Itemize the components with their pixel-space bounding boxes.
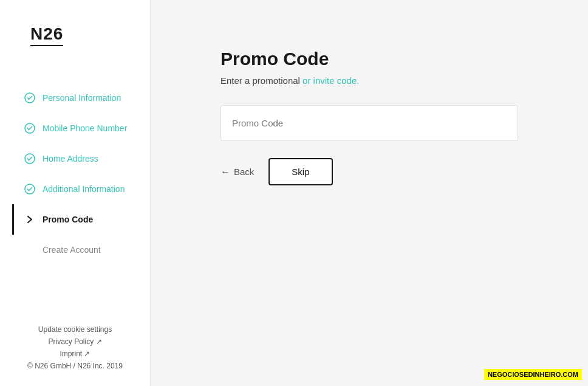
page-title: Promo Code bbox=[220, 49, 518, 69]
form-subtitle: Enter a promotional or invite code. bbox=[220, 75, 518, 86]
sidebar-item-create-account[interactable]: Create Account bbox=[12, 235, 150, 265]
sidebar-item-promo-code[interactable]: Promo Code bbox=[12, 204, 150, 235]
watermark: NEGOCIOSEDINHEIRO.COM bbox=[484, 369, 582, 380]
copyright-text: © N26 GmbH / N26 Inc. 2019 bbox=[18, 362, 132, 370]
form-actions: ← Back Skip bbox=[220, 158, 518, 185]
subtitle-highlight: or invite code. bbox=[303, 75, 359, 86]
back-label: Back bbox=[234, 167, 254, 177]
skip-button[interactable]: Skip bbox=[268, 158, 332, 185]
sidebar-item-label: Additional Information bbox=[43, 184, 125, 194]
check-circle-icon bbox=[24, 184, 35, 195]
sidebar-item-label: Mobile Phone Number bbox=[43, 123, 127, 133]
sidebar-item-label: Personal Information bbox=[43, 93, 121, 103]
imprint-link[interactable]: Imprint ↗ bbox=[18, 350, 132, 358]
sidebar-item-home-address[interactable]: Home Address bbox=[12, 143, 150, 174]
nav-items: Personal Information Mobile Phone Number… bbox=[0, 83, 150, 265]
back-arrow-icon: ← bbox=[220, 167, 230, 177]
check-circle-icon bbox=[24, 153, 35, 164]
empty-icon bbox=[24, 244, 35, 255]
sidebar-item-label: Promo Code bbox=[43, 215, 93, 224]
sidebar-item-additional-information[interactable]: Additional Information bbox=[12, 174, 150, 204]
promo-code-input[interactable] bbox=[220, 105, 518, 141]
logo: N26 bbox=[30, 24, 63, 46]
sidebar: N26 Personal Information Mobile Phone Nu… bbox=[0, 0, 151, 386]
sidebar-item-label: Home Address bbox=[43, 154, 98, 164]
active-marker bbox=[12, 204, 14, 235]
sidebar-item-personal-information[interactable]: Personal Information bbox=[12, 83, 150, 113]
privacy-policy-link[interactable]: Privacy Policy ↗ bbox=[18, 337, 132, 346]
arrow-right-icon bbox=[24, 214, 35, 225]
back-link[interactable]: ← Back bbox=[220, 167, 254, 177]
update-cookie-settings-link[interactable]: Update cookie settings bbox=[18, 325, 132, 334]
main-content: Promo Code Enter a promotional or invite… bbox=[151, 0, 588, 386]
sidebar-footer: Update cookie settings Privacy Policy ↗ … bbox=[0, 307, 150, 386]
check-circle-icon bbox=[24, 92, 35, 103]
subtitle-pre: Enter a promotional bbox=[220, 75, 303, 86]
sidebar-item-mobile-phone-number[interactable]: Mobile Phone Number bbox=[12, 113, 150, 143]
logo-container: N26 bbox=[0, 0, 150, 83]
check-circle-icon bbox=[24, 123, 35, 134]
sidebar-item-label: Create Account bbox=[43, 245, 101, 255]
form-container: Promo Code Enter a promotional or invite… bbox=[220, 49, 518, 185]
